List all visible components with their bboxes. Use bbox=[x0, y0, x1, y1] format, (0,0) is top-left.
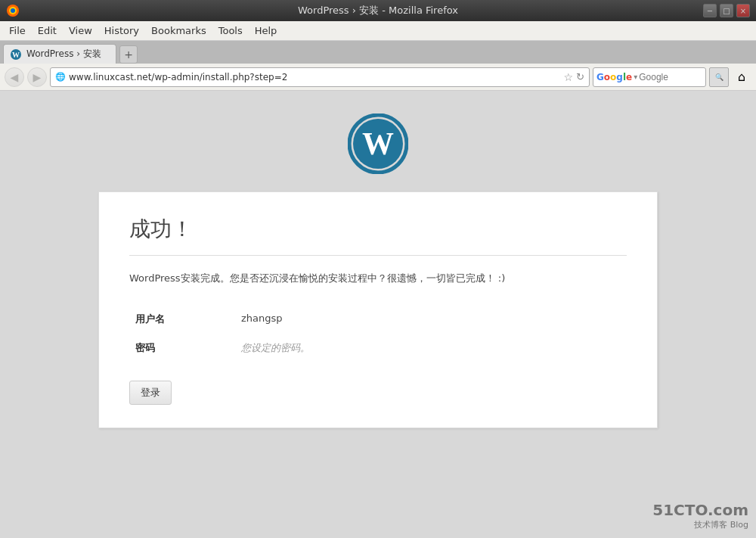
navbar: ◀ ▶ 🌐 www.linuxcast.net/wp-admin/install… bbox=[0, 64, 756, 91]
svg-text:W: W bbox=[362, 126, 394, 161]
close-button[interactable]: × bbox=[736, 4, 750, 17]
username-label: 用户名 bbox=[129, 305, 235, 334]
menu-history[interactable]: History bbox=[98, 23, 145, 39]
titlebar-left bbox=[6, 4, 20, 17]
svg-text:W: W bbox=[12, 51, 20, 59]
table-row: 密码 您设定的密码。 bbox=[129, 334, 627, 362]
tabbar: W WordPress › 安装 + bbox=[0, 41, 756, 64]
home-button[interactable]: ⌂ bbox=[732, 67, 751, 87]
url-bar[interactable]: 🌐 www.linuxcast.net/wp-admin/install.php… bbox=[50, 67, 590, 87]
page-content: W 成功！ WordPress安装完成。您是否还沉浸在愉悦的安装过程中？很遗憾，… bbox=[0, 91, 756, 538]
titlebar: WordPress › 安装 - Mozilla Firefox − □ × bbox=[0, 0, 756, 21]
login-button[interactable]: 登录 bbox=[129, 381, 172, 405]
bookmark-star-icon[interactable]: ☆ bbox=[564, 71, 574, 83]
watermark-subtitle: 技术博客 Blog bbox=[652, 519, 748, 530]
search-engine-logo: Google bbox=[596, 72, 632, 82]
refresh-icon[interactable]: ↻ bbox=[576, 71, 584, 82]
menu-edit[interactable]: Edit bbox=[32, 23, 63, 39]
tab-label: WordPress › 安装 bbox=[26, 48, 101, 61]
search-input[interactable] bbox=[639, 72, 699, 82]
home-icon: ⌂ bbox=[738, 70, 745, 84]
forward-button[interactable]: ▶ bbox=[27, 67, 47, 87]
menu-file[interactable]: File bbox=[3, 23, 32, 39]
card-description: WordPress安装完成。您是否还沉浸在愉悦的安装过程中？很遗憾，一切皆已完成… bbox=[129, 271, 627, 287]
wordpress-logo: W bbox=[348, 114, 408, 174]
active-tab[interactable]: W WordPress › 安装 bbox=[3, 44, 116, 64]
menu-bookmarks[interactable]: Bookmarks bbox=[145, 23, 212, 39]
table-row: 用户名 zhangsp bbox=[129, 305, 627, 334]
menubar: File Edit View History Bookmarks Tools H… bbox=[0, 21, 756, 41]
password-label: 密码 bbox=[129, 334, 235, 362]
card-title: 成功！ bbox=[129, 215, 627, 256]
menu-help[interactable]: Help bbox=[249, 23, 284, 39]
forward-icon: ▶ bbox=[33, 71, 42, 83]
url-text: www.linuxcast.net/wp-admin/install.php?s… bbox=[69, 72, 561, 82]
search-dropdown-icon[interactable]: ▾ bbox=[634, 73, 637, 81]
back-icon: ◀ bbox=[11, 71, 19, 83]
info-table: 用户名 zhangsp 密码 您设定的密码。 bbox=[129, 305, 627, 362]
maximize-button[interactable]: □ bbox=[720, 4, 733, 17]
menu-view[interactable]: View bbox=[63, 23, 98, 39]
search-addon-button[interactable]: 🔍 bbox=[709, 67, 729, 87]
wordpress-logo-area: W bbox=[348, 114, 408, 176]
menu-tools[interactable]: Tools bbox=[212, 23, 249, 39]
url-page-icon: 🌐 bbox=[55, 72, 66, 82]
search-bar[interactable]: Google ▾ bbox=[593, 67, 706, 87]
browser-window: WordPress › 安装 - Mozilla Firefox − □ × F… bbox=[0, 0, 756, 538]
username-value: zhangsp bbox=[235, 305, 627, 334]
watermark-site: 51CTO.com bbox=[652, 501, 748, 519]
tab-favicon: W bbox=[10, 48, 22, 61]
back-button[interactable]: ◀ bbox=[5, 67, 24, 87]
titlebar-controls: − □ × bbox=[703, 4, 750, 17]
firefox-icon bbox=[6, 4, 20, 17]
new-tab-button[interactable]: + bbox=[119, 45, 138, 64]
password-hint: 您设定的密码。 bbox=[235, 334, 627, 362]
svg-point-2 bbox=[11, 8, 15, 13]
install-card: 成功！ WordPress安装完成。您是否还沉浸在愉悦的安装过程中？很遗憾，一切… bbox=[98, 191, 658, 428]
watermark: 51CTO.com 技术博客 Blog bbox=[652, 501, 748, 530]
window-title: WordPress › 安装 - Mozilla Firefox bbox=[298, 4, 458, 17]
minimize-button[interactable]: − bbox=[703, 4, 717, 17]
